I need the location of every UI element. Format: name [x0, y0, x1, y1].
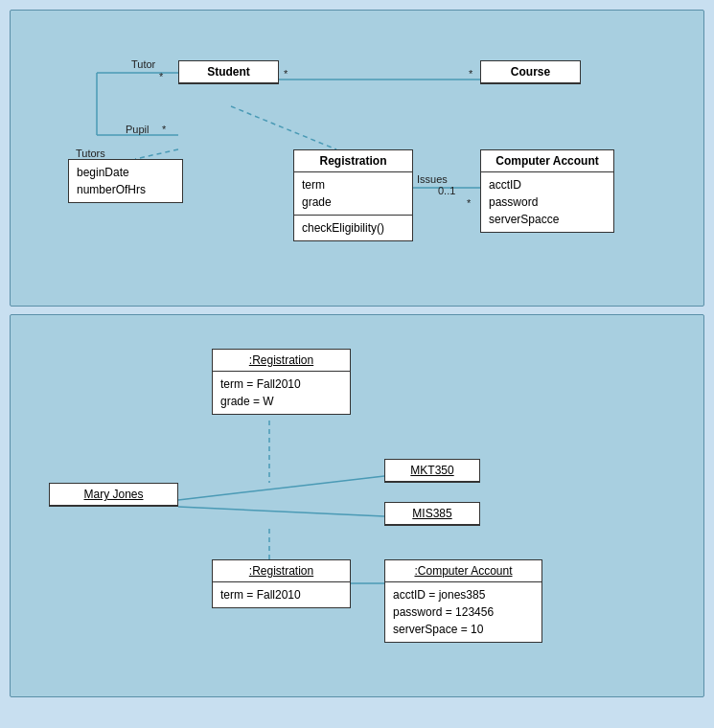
bottom-ca-attr-2: password = 123456 — [393, 603, 534, 621]
tutors-label: Tutors — [76, 148, 105, 159]
tutor-label: Tutor — [131, 58, 155, 70]
reg-attr-1: term — [302, 176, 404, 193]
reg1-attr-2: grade = W — [220, 393, 342, 410]
reg2-title: :Registration — [213, 560, 350, 582]
registration-box: Registration term grade checkEligibility… — [293, 149, 413, 241]
reg-method-1: checkEligibility() — [302, 219, 404, 237]
bottom-ca-title: :Computer Account — [385, 560, 541, 582]
ca-attr-1: acctID — [489, 176, 606, 193]
course-box: Course — [480, 60, 581, 84]
course-title: Course — [481, 61, 580, 83]
mis385-box: MIS385 — [384, 502, 480, 526]
svg-line-5 — [231, 106, 336, 149]
svg-line-8 — [178, 507, 384, 516]
registration2-box: :Registration term = Fall2010 — [212, 559, 351, 608]
reg2-attrs: term = Fall2010 — [213, 582, 350, 607]
tutoring-attrs: beginDate numberOfHrs — [69, 160, 182, 202]
student-title: Student — [179, 61, 278, 83]
mary-jones-box: Mary Jones — [49, 483, 178, 507]
ca-attr-2: password — [489, 193, 606, 211]
bottom-panel: Mary Jones MKT350 MIS385 :Registration t… — [10, 314, 704, 697]
issues-label: Issues — [417, 173, 448, 185]
star-student-course-right: * — [469, 68, 472, 80]
reg2-attr-1: term = Fall2010 — [220, 586, 342, 603]
registration-methods: checkEligibility() — [294, 216, 412, 240]
bottom-ca-attr-1: acctID = jones385 — [393, 586, 534, 603]
pupil-label: Pupil — [126, 124, 149, 135]
tutoring-box: beginDate numberOfHrs — [68, 159, 183, 203]
svg-line-7 — [178, 476, 384, 500]
top-panel: Student Course beginDate numberOfHrs Reg… — [10, 10, 704, 307]
main-container: Student Course beginDate numberOfHrs Reg… — [0, 0, 714, 728]
bottom-ca-attrs: acctID = jones385 password = 123456 serv… — [385, 582, 541, 642]
zero-one-label: 0..1 — [438, 185, 455, 196]
reg-attr-2: grade — [302, 193, 404, 211]
mary-jones-title: Mary Jones — [50, 484, 177, 506]
bottom-ca-attr-3: serverSpace = 10 — [393, 621, 534, 638]
reg1-attr-1: term = Fall2010 — [220, 375, 342, 393]
star-tutor: * — [159, 71, 163, 82]
computer-account-box: Computer Account acctID password serverS… — [480, 149, 614, 233]
tutoring-attr-2: numberOfHrs — [77, 181, 174, 198]
ca-attrs: acctID password serverSpacce — [481, 172, 613, 232]
ca-attr-3: serverSpacce — [489, 211, 606, 228]
reg1-title: :Registration — [213, 350, 350, 372]
star-pupil: * — [162, 124, 166, 135]
reg1-attrs: term = Fall2010 grade = W — [213, 372, 350, 414]
registration1-box: :Registration term = Fall2010 grade = W — [212, 349, 351, 415]
student-box: Student — [178, 60, 279, 84]
mis385-title: MIS385 — [385, 503, 479, 525]
tutoring-attr-1: beginDate — [77, 164, 174, 181]
bottom-ca-box: :Computer Account acctID = jones385 pass… — [384, 559, 542, 643]
registration-attrs: term grade — [294, 172, 412, 216]
mkt350-box: MKT350 — [384, 459, 480, 483]
registration-title: Registration — [294, 150, 412, 172]
mkt350-title: MKT350 — [385, 460, 479, 482]
ca-title: Computer Account — [481, 150, 613, 172]
star-student-course-left: * — [284, 68, 288, 80]
svg-line-4 — [135, 149, 178, 159]
star-reg: * — [467, 197, 471, 209]
